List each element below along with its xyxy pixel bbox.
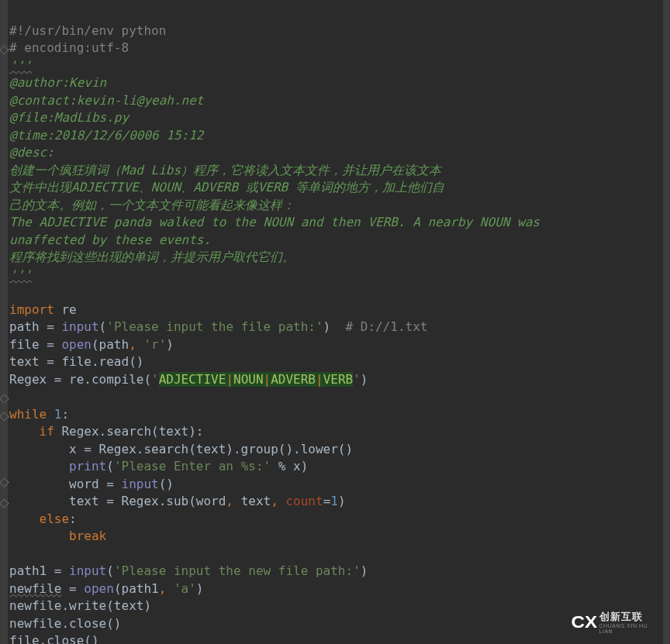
code-line: file = open(path, 'r')	[9, 337, 174, 352]
code-line: if Regex.search(text):	[9, 424, 203, 439]
fold-marker[interactable]	[0, 498, 9, 508]
code-line: 程序将找到这些出现的单词，并提示用户取代它们。	[9, 250, 295, 264]
code-line: @author:Kevin	[9, 75, 106, 90]
code-line: text = Regex.sub(word, text, count=1)	[9, 494, 346, 508]
code-line: #!/usr/bin/env python	[9, 23, 166, 38]
code-line: break	[9, 529, 106, 543]
code-line: @contact:kevin-li@yeah.net	[9, 93, 203, 108]
code-line: path1 = input('Please input the new file…	[9, 563, 368, 578]
code-line: Regex = re.compile('ADJECTIVE|NOUN|ADVER…	[9, 372, 368, 387]
code-blank	[9, 284, 17, 299]
code-line: newfile = open(path1, 'a')	[9, 581, 204, 596]
fold-marker[interactable]	[0, 394, 9, 404]
code-line: newfile.write(text)	[9, 598, 151, 613]
fold-marker[interactable]	[0, 412, 9, 422]
fold-marker[interactable]	[0, 45, 9, 55]
code-line: else:	[9, 511, 77, 526]
code-editor[interactable]: #!/usr/bin/env python # encoding:utf-8 '…	[9, 5, 662, 644]
code-line: @desc:	[9, 145, 54, 160]
code-line: # encoding:utf-8	[9, 40, 129, 55]
code-line: '''	[9, 58, 32, 73]
code-line: newfile.close()	[9, 616, 122, 631]
code-line: 文件中出现ADJECTIVE、NOUN、ADVERB 或VERB 等单词的地方，…	[9, 180, 444, 195]
logo-cn: 创新互联	[599, 611, 658, 622]
code-line: import re	[9, 302, 77, 317]
code-line: text = file.read()	[9, 354, 143, 369]
code-line: @time:2018/12/6/0006 15:12	[9, 128, 203, 143]
code-line: @file:MadLibs.py	[9, 110, 129, 125]
code-line: while 1:	[9, 407, 69, 422]
logo-mark: CX	[571, 612, 597, 632]
code-line: file.close()	[9, 633, 99, 644]
code-line: '''	[9, 267, 32, 282]
code-blank	[9, 546, 17, 561]
code-line: word = input()	[9, 477, 174, 491]
code-line: 己的文本。例如，一个文本文件可能看起来像这样：	[9, 198, 295, 212]
gutter	[0, 0, 8, 644]
code-line: path = input('Please input the file path…	[9, 319, 427, 334]
code-line: unaffected by these events.	[9, 232, 211, 247]
code-blank	[9, 389, 17, 404]
code-line: The ADJECTIVE panda walked to the NOUN a…	[9, 215, 540, 229]
fold-marker[interactable]	[0, 477, 9, 487]
scrollbar[interactable]	[663, 0, 670, 644]
watermark-logo: CX 创新互联 CHUANG XIN HU LIAN	[572, 607, 658, 638]
code-line: 创建一个疯狂填词（Mad Libs）程序，它将读入文本文件，并让用户在该文本	[9, 163, 441, 177]
code-line: x = Regex.search(text).group().lower()	[9, 442, 353, 456]
code-line: print('Please Enter an %s:' % x)	[9, 459, 308, 474]
logo-en: CHUANG XIN HU LIAN	[599, 623, 658, 634]
